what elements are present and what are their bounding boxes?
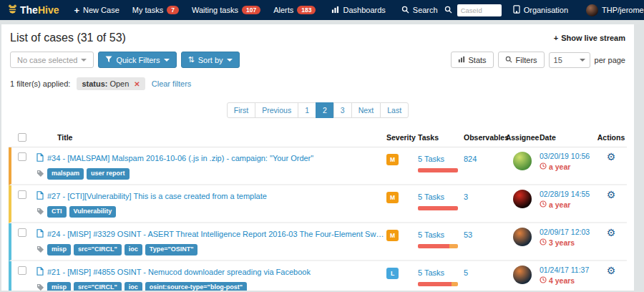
clock-icon bbox=[540, 200, 547, 209]
column-date[interactable]: Date bbox=[540, 133, 595, 142]
case-tag[interactable]: misp bbox=[47, 282, 71, 291]
column-observables[interactable]: Observables bbox=[464, 133, 505, 142]
case-title-link[interactable]: #24 - [MISP] #3329 OSINT - ASERT Threat … bbox=[47, 230, 386, 238]
case-tag[interactable]: Type="OSINT" bbox=[145, 244, 198, 256]
tag-icon bbox=[36, 281, 44, 291]
row-checkbox[interactable] bbox=[18, 228, 26, 237]
row-checkbox[interactable] bbox=[18, 266, 26, 275]
assignee-avatar[interactable] bbox=[513, 152, 532, 170]
case-tag[interactable]: Vulnerability bbox=[69, 206, 117, 218]
row-checkbox[interactable] bbox=[18, 152, 26, 161]
search-link[interactable]: Search bbox=[395, 0, 444, 20]
case-tag[interactable]: user report bbox=[87, 168, 130, 180]
tasks-link[interactable]: 5 Tasks bbox=[418, 268, 444, 277]
page-next-button[interactable]: Next bbox=[351, 102, 381, 118]
column-assignee[interactable]: Assignee bbox=[505, 133, 540, 142]
actions-gear-icon[interactable]: ⚙ bbox=[607, 228, 616, 238]
file-icon bbox=[36, 228, 44, 240]
actions-gear-icon[interactable]: ⚙ bbox=[607, 266, 616, 276]
case-tag[interactable]: osint:source-type="blog-post" bbox=[145, 282, 247, 291]
bee-icon bbox=[7, 4, 18, 16]
filters-button[interactable]: Filters bbox=[498, 52, 545, 68]
page-title: List of cases (31 of 53) bbox=[10, 31, 126, 44]
user-avatar bbox=[586, 4, 598, 16]
dashboards-link[interactable]: Dashboards bbox=[325, 0, 391, 20]
case-title-link[interactable]: #34 - [MALSPAM] Malspam 2016-10-06 (.js … bbox=[47, 154, 313, 162]
stats-button[interactable]: Stats bbox=[451, 52, 494, 68]
table-row[interactable]: #27 - [CTI][Vulnerability] This is a cas… bbox=[9, 185, 627, 223]
caseid-input[interactable] bbox=[457, 4, 502, 16]
actions-gear-icon[interactable]: ⚙ bbox=[607, 152, 616, 162]
plus-icon: + bbox=[74, 5, 79, 16]
organisation-link[interactable]: Organisation bbox=[507, 0, 575, 20]
page-previous-button[interactable]: Previous bbox=[255, 102, 298, 118]
column-title[interactable]: Title bbox=[33, 133, 386, 142]
tag-icon bbox=[36, 167, 44, 180]
app-logo[interactable]: TheHive bbox=[7, 4, 59, 16]
assignee-avatar[interactable] bbox=[513, 190, 532, 208]
page-size-select[interactable]: 15 bbox=[549, 52, 590, 68]
alerts-link[interactable]: Alerts 183 bbox=[267, 0, 322, 20]
clear-filters-link[interactable]: Clear filters bbox=[152, 79, 192, 88]
table-row[interactable]: #24 - [MISP] #3329 OSINT - ASERT Threat … bbox=[9, 223, 627, 261]
assignee-avatar[interactable] bbox=[513, 266, 532, 284]
case-tag[interactable]: ioc bbox=[125, 244, 142, 256]
case-tag[interactable]: misp bbox=[47, 244, 71, 256]
tasks-link[interactable]: 5 Tasks bbox=[418, 193, 444, 201]
case-tag[interactable]: ioc bbox=[125, 282, 142, 291]
severity-badge[interactable]: M bbox=[386, 230, 399, 241]
observables-count[interactable]: 53 bbox=[464, 230, 472, 239]
assignee-avatar[interactable] bbox=[513, 228, 532, 246]
case-select-dropdown[interactable]: No case selected bbox=[10, 52, 94, 68]
page-3-button[interactable]: 3 bbox=[333, 102, 352, 118]
table-header: Title Severity Tasks Observables Assigne… bbox=[9, 127, 627, 147]
clock-icon bbox=[540, 276, 547, 285]
page-2-button[interactable]: 2 bbox=[316, 102, 334, 118]
remove-filter-icon[interactable]: ✕ bbox=[134, 80, 140, 88]
observables-count[interactable]: 3 bbox=[464, 193, 468, 201]
case-title-link[interactable]: #27 - [CTI][Vulnerability] This is a cas… bbox=[47, 192, 267, 200]
column-severity[interactable]: Severity bbox=[386, 133, 418, 142]
case-age: 3 years bbox=[540, 238, 595, 247]
observables-count[interactable]: 824 bbox=[464, 155, 477, 163]
alerts-badge: 183 bbox=[297, 6, 316, 15]
page-last-button[interactable]: Last bbox=[380, 102, 409, 118]
case-tag[interactable]: CTI bbox=[47, 206, 67, 218]
tasks-progress bbox=[418, 244, 458, 248]
case-title-link[interactable]: #21 - [MISP] #4855 OSINT - Nemucod downl… bbox=[47, 268, 311, 276]
search-icon bbox=[505, 56, 512, 64]
my-tasks-link[interactable]: My tasks 7 bbox=[126, 0, 185, 20]
navbar: TheHive + New Case My tasks 7 Waiting ta… bbox=[0, 0, 644, 20]
show-live-stream-link[interactable]: + Show live stream bbox=[554, 34, 625, 42]
table-row[interactable]: #21 - [MISP] #4855 OSINT - Nemucod downl… bbox=[9, 261, 627, 291]
case-tag[interactable]: malspam bbox=[47, 168, 84, 180]
file-icon bbox=[36, 266, 44, 278]
page-first-button[interactable]: First bbox=[227, 102, 255, 118]
severity-badge[interactable]: M bbox=[386, 154, 399, 165]
severity-badge[interactable]: L bbox=[386, 268, 399, 279]
tasks-link[interactable]: 5 Tasks bbox=[418, 230, 444, 239]
select-all-checkbox[interactable] bbox=[18, 133, 26, 142]
funnel-icon bbox=[105, 56, 112, 64]
table-row[interactable]: #34 - [MALSPAM] Malspam 2016-10-06 (.js … bbox=[9, 147, 627, 185]
case-tag[interactable]: src="CIRCL" bbox=[74, 244, 122, 256]
page-1-button[interactable]: 1 bbox=[298, 102, 316, 118]
actions-gear-icon[interactable]: ⚙ bbox=[607, 190, 616, 200]
tasks-progress bbox=[418, 206, 458, 210]
observables-count[interactable]: 5 bbox=[464, 268, 468, 277]
sort-by-button[interactable]: ⇅ Sort by bbox=[181, 52, 240, 68]
severity-badge[interactable]: M bbox=[386, 192, 399, 203]
quick-filters-button[interactable]: Quick Filters bbox=[98, 52, 176, 68]
pagination: First Previous 1 2 3 Next Last bbox=[9, 94, 627, 127]
waiting-tasks-link[interactable]: Waiting tasks 107 bbox=[185, 0, 267, 20]
my-tasks-badge: 7 bbox=[167, 6, 179, 15]
tasks-progress bbox=[418, 168, 458, 172]
case-date: 03/20/19 10:56 bbox=[540, 152, 595, 160]
column-tasks[interactable]: Tasks bbox=[418, 133, 464, 142]
row-checkbox[interactable] bbox=[18, 190, 26, 199]
tasks-link[interactable]: 5 Tasks bbox=[418, 155, 444, 163]
new-case-button[interactable]: + New Case bbox=[67, 0, 125, 20]
user-menu[interactable]: THP/jerome bbox=[580, 0, 644, 20]
chevron-down-icon bbox=[227, 59, 233, 62]
case-tag[interactable]: src="CIRCL" bbox=[74, 282, 122, 291]
